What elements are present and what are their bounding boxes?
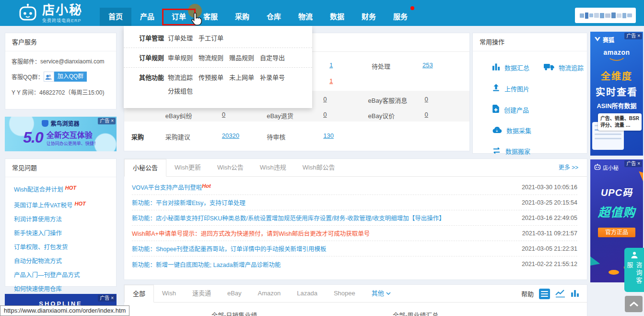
ziniao-browser-ad[interactable]: 广告 × 紫鸟浏览器 5.0 全新交互体验 让协同办公更简单、快捷！ <box>5 117 117 151</box>
announcement-item: 新功能：新增一键白底图功能; Lazada新增产品诊断功能 2021-02-22… <box>132 256 577 272</box>
faq-link-auto-logistics[interactable]: 自动分配物流方式 <box>14 258 62 265</box>
dropdown-item-order-processing[interactable]: 订单处理 <box>168 34 199 43</box>
op-create-product[interactable]: 创建产品 <box>492 105 544 114</box>
op-data-collect[interactable]: 数据采集 <box>492 126 544 135</box>
cell-label: 待审核 <box>267 132 323 141</box>
platform-tab-other[interactable]: 其他 <box>363 285 399 302</box>
nav-item-finance[interactable]: 财务 <box>353 8 385 26</box>
ad-close-icon[interactable]: 广告 × <box>624 33 642 39</box>
cell-value-link[interactable]: 0 <box>222 111 225 120</box>
dropdown-item-logistics-tracking[interactable]: 物流追踪 <box>168 73 199 83</box>
dropdown-item-forecast-form[interactable]: 传预报单 <box>199 73 229 83</box>
dropdown-item-gift-rules[interactable]: 赠品规则 <box>229 53 260 63</box>
ad-close-icon[interactable]: 广告 × <box>98 295 116 302</box>
nav-item-warehouse[interactable]: 仓库 <box>258 8 290 26</box>
cloud-download-icon <box>492 126 502 135</box>
cell-value-link[interactable]: 0 <box>425 96 428 105</box>
notification-dot <box>410 6 414 10</box>
app-logo[interactable]: 店小秘 免费跨境电商ERP <box>18 3 82 24</box>
announcement-time: 2021-03-16 22:49:05 <box>522 215 577 221</box>
create-product-icon <box>492 105 500 114</box>
nav-item-products[interactable]: 产品 <box>131 8 163 26</box>
account-box-blurred[interactable] <box>575 8 636 23</box>
nav-item-data[interactable]: 数据 <box>321 8 353 26</box>
faq-link-vat[interactable]: 英国订单上传VAT税号 <box>14 202 72 209</box>
cell-value-link[interactable]: 0 <box>425 111 428 120</box>
faq-link-wish-merge[interactable]: Wish配送合并计划 <box>14 186 63 193</box>
faq-link-order-permission[interactable]: 订单权限、打包发货 <box>14 244 68 251</box>
chevron-down-icon <box>386 292 391 295</box>
nav-item-purchasing[interactable]: 采购 <box>226 8 258 26</box>
ziniao-version: 5.0 <box>23 129 43 146</box>
service-email: service@dianxiaomi.com <box>40 58 105 65</box>
help-link[interactable]: 帮助 <box>521 289 534 298</box>
dropdown-item-review-rules[interactable]: 审单规则 <box>168 53 199 63</box>
announcement-link[interactable]: VOVA平台支持产品刊登啦 <box>132 184 202 191</box>
todo-count-link[interactable]: 1 <box>329 61 333 69</box>
consult-button[interactable]: 咨询客服 <box>624 248 644 292</box>
tab-wishpost-announcements[interactable]: Wish邮公告 <box>294 159 343 176</box>
faq-link-warehouse[interactable]: 如何快速使用仓库 <box>14 286 62 292</box>
pending-count-link[interactable]: 253 <box>422 61 433 69</box>
orders-dropdown-menu: 订单管理 订单处理 手工订单 订单规则 审单规则 物流规则 赠品规则 自定导出 … <box>124 26 312 108</box>
op-data-summary[interactable]: 数据汇总 <box>492 63 544 72</box>
tab-wish-violations[interactable]: Wish违规 <box>252 159 294 176</box>
announcement-link[interactable]: 新功能：Shopee刊登适配墨西哥站，订单详情中的手动报关新增引用模板 <box>132 244 327 253</box>
dropdown-item-offline-order[interactable]: 未上网单 <box>229 73 260 83</box>
person-icon <box>631 252 638 260</box>
tab-wish-announcements[interactable]: Wish公告 <box>209 159 252 176</box>
announcement-link[interactable]: 新功能：平台对接新增Etsy，支持订单处理 <box>132 198 246 207</box>
dropdown-item-manual-order[interactable]: 手工订单 <box>199 34 229 43</box>
alert-count-link[interactable]: 1 <box>329 77 333 85</box>
op-logistics-tracking[interactable]: 物流追踪 <box>544 63 592 72</box>
saihu-tooltip: 广告、销量、BSR 评分、流量 … <box>598 113 642 131</box>
main-nav: 首页 产品 订单 客服 采购 仓库 物流 数据 财务 服务 <box>100 8 416 26</box>
cell-value-link[interactable]: 0 <box>323 111 327 120</box>
faq-link-product-listing[interactable]: 产品入门—刊登产品方式 <box>14 272 80 279</box>
bar-chart-icon[interactable] <box>571 289 579 299</box>
faq-link-beginner[interactable]: 新手快速入门操作 <box>14 230 62 237</box>
nav-item-logistics[interactable]: 物流 <box>290 8 321 26</box>
cell-value-link[interactable]: 130 <box>323 132 334 141</box>
faq-link-profit[interactable]: 利润计算使用方法 <box>14 216 62 223</box>
qq-join-button[interactable]: 加入QQ群 <box>44 72 87 82</box>
saihu-ad[interactable]: 广告 × 赛狐 amazon 全维度 实时查看 ASIN所有数据 广告、销量、B… <box>590 32 643 156</box>
op-upload-image[interactable]: 上传图片 <box>492 84 544 93</box>
dropdown-item-supplement-number[interactable]: 补录单号 <box>260 73 291 83</box>
announcement-link[interactable]: 新功能：新增一键白底图功能; Lazada新增产品诊断功能 <box>132 260 281 269</box>
back-to-top-button[interactable] <box>625 296 643 312</box>
cell-value-link[interactable]: 20320 <box>222 132 239 141</box>
panel-title: 客户服务 <box>5 33 116 51</box>
more-link[interactable]: 更多 >> <box>559 159 578 176</box>
platform-tab-all[interactable]: 全部 <box>124 285 154 303</box>
ad-close-icon[interactable]: 广告 × <box>624 160 642 167</box>
platform-tab-lazada[interactable]: Lazada <box>289 285 326 302</box>
consult-label: 咨询客服 <box>625 262 644 292</box>
announcement-link[interactable]: 新功能：店小秘面单支持打印SKU种类总数/系统设置增加规范使用库存设置/财务-收… <box>132 213 445 222</box>
op-data-migrate[interactable]: 数据搬家 <box>492 146 544 156</box>
announcement-link[interactable]: Wish邮A+申请单号提示：退回方式改为快递预付，请到Wish邮后台更改才可成功… <box>132 229 370 238</box>
cell-value-link[interactable]: 0 <box>323 96 327 105</box>
ad-close-icon[interactable]: 广告 × <box>98 118 116 124</box>
dropdown-item-custom-export[interactable]: 自定导出 <box>260 53 291 63</box>
platform-tab-wish[interactable]: Wish <box>154 285 184 302</box>
platform-tab-ebay[interactable]: eBay <box>219 285 250 302</box>
platform-tab-aliexpress[interactable]: 速卖通 <box>184 285 219 302</box>
line-chart-icon[interactable] <box>555 289 565 299</box>
saihu-logo-icon <box>594 36 601 43</box>
nav-item-services[interactable]: 服务 <box>385 8 416 26</box>
hot-badge: Hot <box>202 183 211 189</box>
announcement-time: 2021-03-11 09:21:57 <box>522 230 577 237</box>
dropdown-item-logistics-rules[interactable]: 物流规则 <box>199 53 229 63</box>
tab-wish-updates[interactable]: Wish更新 <box>166 159 209 176</box>
platform-tab-amazon[interactable]: Amazon <box>250 285 289 302</box>
tab-xiaomi-announcements[interactable]: 小秘公告 <box>124 159 166 177</box>
dropdown-item-sorting-pack[interactable]: 分拨组包 <box>168 86 199 96</box>
platform-tab-shopee[interactable]: Shopee <box>326 285 363 302</box>
upc-brand: 店小秘 <box>603 164 619 171</box>
nav-item-home[interactable]: 首页 <box>100 8 131 26</box>
list-view-icon[interactable] <box>539 289 550 299</box>
hot-badge: HOT <box>74 201 85 207</box>
dropdown-group-other-functions: 其他功能 <box>139 73 168 100</box>
logo-subtitle: 免费跨境电商ERP <box>42 17 82 24</box>
